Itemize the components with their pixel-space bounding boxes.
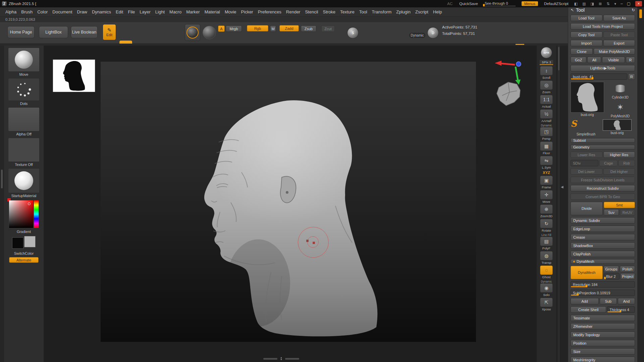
scroll-down-arrow-icon[interactable]: ▼	[280, 359, 282, 361]
color-picker[interactable]: Gradient	[8, 199, 40, 234]
section-bar[interactable]: MeshIntegrity	[571, 357, 635, 362]
section-bar[interactable]: Modify Topology	[571, 331, 635, 338]
solo-button[interactable]: Dynamic ◉ Solo	[540, 280, 553, 297]
dock-right-icon[interactable]: ◨	[591, 2, 594, 6]
section-bar[interactable]: Dynamic Subdiv	[571, 217, 635, 224]
menu-item[interactable]: File	[128, 9, 135, 14]
swap-panels-icon[interactable]: ⇅	[606, 2, 609, 6]
texture-picker[interactable]: Texture Off	[8, 138, 40, 167]
sculpt-canvas[interactable]	[101, 62, 476, 342]
zadd-toggle[interactable]: Zadd	[279, 25, 299, 32]
polyframe-button[interactable]: Line Fill ▤ PolyF	[540, 233, 553, 250]
menu-item[interactable]: Edit	[116, 9, 123, 14]
tool-restore-button[interactable]: R	[628, 73, 635, 80]
cage-button[interactable]: Cage	[599, 160, 617, 166]
menu-item[interactable]: Marker	[186, 9, 200, 14]
menu-item[interactable]: Stroke	[323, 9, 335, 14]
rstr-button[interactable]: Rstr	[619, 160, 635, 166]
convert-bpr-button[interactable]: Convert BPR To Geo	[571, 193, 635, 200]
smt-toggle[interactable]: Smt	[604, 202, 635, 208]
menu-item[interactable]: Stencil	[305, 9, 318, 14]
primary-color-swatch[interactable]	[12, 237, 23, 249]
bpr-button[interactable]: BPR	[541, 47, 552, 59]
section-bar[interactable]: Crease	[571, 234, 635, 240]
section-bar[interactable]: EdgeLoop	[571, 226, 635, 232]
minimize-button[interactable]: –	[621, 1, 623, 6]
menu-item[interactable]: Help	[433, 9, 442, 14]
and-toggle[interactable]: And	[618, 298, 635, 304]
shelf-scroll-thumb[interactable]	[558, 47, 559, 70]
groups-toggle[interactable]: Groups	[604, 266, 619, 272]
menu-item[interactable]: Zscript	[415, 9, 428, 14]
menu-item[interactable]: Transform	[372, 9, 392, 14]
scroll-button[interactable]: ↕ Scroll	[540, 66, 553, 80]
dock-left-icon[interactable]: ◧	[574, 2, 578, 6]
move-view-button[interactable]: ✛ Move	[540, 190, 553, 204]
document-preview-thumbnail[interactable]	[53, 59, 95, 92]
resolution-slider[interactable]: Resolution 184	[571, 281, 635, 288]
menu-item[interactable]: Dynamics	[92, 9, 111, 14]
collapse-ui-icon[interactable]: ▾	[614, 2, 616, 6]
import-button[interactable]: Import	[571, 40, 602, 46]
spix-slider[interactable]: SPix 3	[539, 59, 553, 65]
sdiv-slider[interactable]: SDiv	[571, 160, 598, 166]
s-mode-sphere-icon[interactable]: S	[347, 27, 359, 39]
current-material-sphere[interactable]	[203, 26, 216, 39]
frame-button[interactable]: ▣ Frame	[540, 175, 553, 189]
menu-item[interactable]: Preferences	[258, 9, 281, 14]
subtool-section[interactable]: Subtool	[571, 138, 635, 143]
tool-index-slider[interactable]: bust-orig. 41	[571, 73, 627, 80]
floor-button[interactable]: ▦ Floor	[540, 141, 553, 155]
camera-axis-gizmo[interactable]	[489, 57, 529, 109]
section-bar[interactable]: Position	[571, 340, 635, 346]
dynamesh-section[interactable]: DynaMesh	[571, 259, 635, 264]
zsub-toggle[interactable]: Zsub	[301, 25, 316, 32]
m-toggle[interactable]: M	[270, 25, 276, 32]
menu-item[interactable]: Tool	[359, 9, 367, 14]
subprojection-slider[interactable]: SubProjection 0.10919	[571, 290, 635, 296]
anchor-toggle[interactable]: A	[218, 25, 225, 32]
goz-visible-button[interactable]: Visible	[602, 57, 625, 63]
paste-tool-button[interactable]: Paste Tool	[603, 32, 635, 38]
load-tools-from-project-button[interactable]: Load Tools From Project	[571, 23, 635, 29]
menu-item[interactable]: Light	[155, 9, 165, 14]
local-symmetry-button[interactable]: ⇋ L.Sym	[540, 156, 553, 170]
tool-thumbnail-recent[interactable]: bust-orig	[603, 119, 632, 136]
goz-all-button[interactable]: All	[587, 57, 601, 63]
thickness-slider[interactable]: Thickness 4	[607, 306, 635, 313]
create-shell-button[interactable]: Create Shell	[571, 306, 606, 313]
tool-thumbnail-polymesh[interactable]: ✶ PolyMesh3D	[605, 101, 635, 118]
zoom3d-button[interactable]: ⊕ Zoom3D	[540, 204, 553, 218]
geometry-section[interactable]: Geometry	[571, 145, 635, 149]
rotate-view-button[interactable]: ↻ Rotate	[540, 219, 553, 233]
live-boolean-button[interactable]: Live Boolean	[71, 26, 98, 38]
ghost-button[interactable]: ◌ Ghost	[540, 265, 553, 279]
dock-center-icon[interactable]: ▥	[582, 2, 586, 6]
brush-picker[interactable]: Move	[8, 48, 40, 76]
d-mode-sphere-icon[interactable]: D	[427, 27, 439, 39]
switch-color-swatches[interactable]	[12, 235, 36, 251]
blur-slider[interactable]: Blur 2	[604, 273, 620, 280]
sym-xyz-button[interactable]: XYZ	[543, 170, 550, 175]
edit-button[interactable]: ✎ Edit	[103, 24, 116, 40]
higher-res-button[interactable]: Higher Res	[603, 152, 635, 158]
transp-button[interactable]: ◍ Transp	[540, 251, 553, 265]
tool-thumbnail-current[interactable]: bust-orig	[571, 82, 604, 118]
panel-scroll-thumb[interactable]	[639, 9, 642, 18]
lightbox-button[interactable]: LightBox	[39, 26, 68, 38]
home-page-button[interactable]: Home Page	[7, 26, 35, 38]
maximize-button[interactable]: ▢	[627, 1, 631, 6]
actual-button[interactable]: 1:1 Actual	[540, 95, 553, 109]
refresh-icon[interactable]: ↻	[632, 8, 635, 12]
panel-scrollbar[interactable]	[637, 7, 644, 362]
canvas-scroll-widget[interactable]: ▲ ▼	[263, 357, 299, 361]
secondary-color-swatch[interactable]	[24, 236, 36, 247]
section-bar[interactable]: Size	[571, 348, 635, 355]
alpha-picker[interactable]: Alpha Off	[8, 107, 40, 136]
section-bar[interactable]: ShadowBox	[571, 242, 635, 249]
dynamic-badge[interactable]: Dynamic	[409, 33, 425, 38]
del-higher-button[interactable]: Del Higher	[603, 168, 635, 175]
stroke-picker[interactable]: Dots	[8, 78, 40, 106]
freeze-subdivision-button[interactable]: Freeze SubDivision Levels	[571, 177, 635, 183]
clone-button[interactable]: Clone	[571, 48, 593, 55]
